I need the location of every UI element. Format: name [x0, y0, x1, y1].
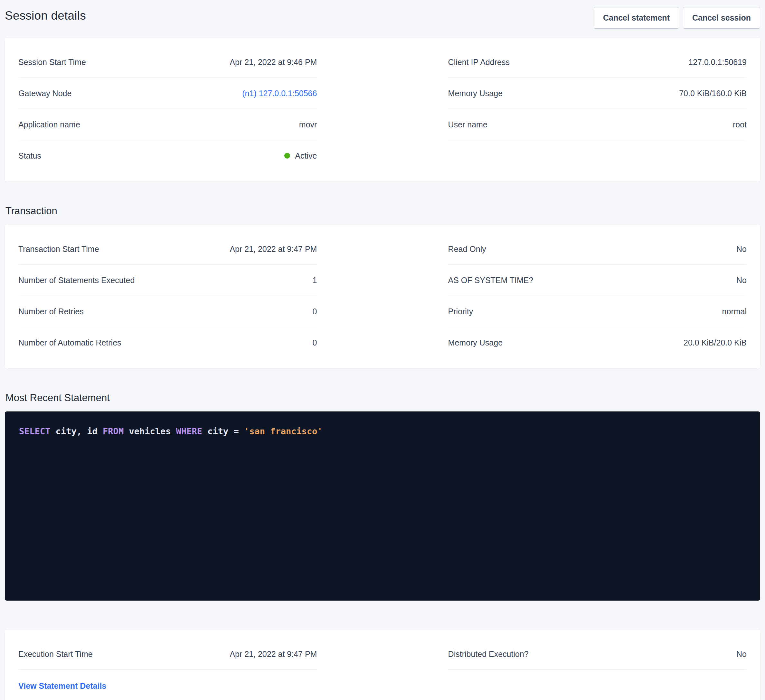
sql-statement-box: SELECT city, id FROM vehicles WHERE city… — [5, 411, 760, 601]
sql-condition: city = — [207, 426, 244, 436]
as-of-system-time-label: AS OF SYSTEM TIME? — [448, 275, 534, 285]
status-active-dot-icon — [284, 153, 290, 159]
session-memory-usage-row: Memory Usage 70.0 KiB/160.0 KiB — [448, 78, 747, 109]
statements-executed-value: 1 — [313, 275, 317, 285]
execution-right-column: Distributed Execution? No — [448, 639, 747, 691]
session-start-time-value: Apr 21, 2022 at 9:46 PM — [230, 57, 317, 67]
automatic-retries-value: 0 — [313, 338, 317, 347]
sql-keyword-from: FROM — [103, 426, 129, 436]
number-of-retries-value: 0 — [313, 306, 317, 316]
cancel-session-button[interactable]: Cancel session — [683, 7, 760, 29]
user-name-label: User name — [448, 120, 488, 129]
status-label: Status — [18, 151, 41, 160]
transaction-card: Transaction Start Time Apr 21, 2022 at 9… — [5, 224, 760, 368]
session-memory-usage-value: 70.0 KiB/160.0 KiB — [679, 88, 747, 98]
execution-start-time-label: Execution Start Time — [18, 649, 93, 659]
read-only-value: No — [736, 244, 747, 254]
application-name-row: Application name movr — [18, 109, 317, 140]
gateway-node-row: Gateway Node (n1) 127.0.0.1:50566 — [18, 78, 317, 109]
sql-table: vehicles — [129, 426, 176, 436]
client-ip-label: Client IP Address — [448, 57, 510, 67]
transaction-heading: Transaction — [5, 205, 760, 217]
gateway-node-label: Gateway Node — [18, 88, 71, 98]
priority-row: Priority normal — [448, 296, 747, 327]
session-summary-card: Session Start Time Apr 21, 2022 at 9:46 … — [5, 38, 760, 181]
session-summary-columns: Session Start Time Apr 21, 2022 at 9:46 … — [18, 47, 747, 171]
transaction-memory-usage-value: 20.0 KiB/20.0 KiB — [683, 338, 747, 347]
priority-label: Priority — [448, 306, 473, 316]
transaction-columns: Transaction Start Time Apr 21, 2022 at 9… — [18, 234, 747, 358]
execution-start-time-row: Execution Start Time Apr 21, 2022 at 9:4… — [18, 639, 317, 670]
transaction-right-column: Read Only No AS OF SYSTEM TIME? No Prior… — [448, 234, 747, 358]
number-of-retries-row: Number of Retries 0 — [18, 296, 317, 327]
sql-keyword-where: WHERE — [176, 426, 208, 436]
execution-card: Execution Start Time Apr 21, 2022 at 9:4… — [5, 629, 760, 700]
statements-executed-row: Number of Statements Executed 1 — [18, 265, 317, 296]
header-actions: Cancel statement Cancel session — [594, 7, 760, 29]
session-start-time-row: Session Start Time Apr 21, 2022 at 9:46 … — [18, 47, 317, 78]
transaction-memory-usage-label: Memory Usage — [448, 338, 503, 347]
client-ip-row: Client IP Address 127.0.0.1:50619 — [448, 47, 747, 78]
cancel-statement-button[interactable]: Cancel statement — [594, 7, 679, 29]
session-summary-left-column: Session Start Time Apr 21, 2022 at 9:46 … — [18, 47, 317, 171]
status-row: Status Active — [18, 140, 317, 171]
page-title: Session details — [5, 9, 86, 22]
execution-start-time-value: Apr 21, 2022 at 9:47 PM — [230, 649, 317, 659]
most-recent-statement-heading: Most Recent Statement — [5, 392, 760, 404]
sql-keyword-select: SELECT — [19, 426, 56, 436]
status-text: Active — [295, 151, 317, 160]
automatic-retries-label: Number of Automatic Retries — [18, 338, 121, 347]
application-name-label: Application name — [18, 120, 80, 129]
distributed-execution-value: No — [736, 649, 747, 659]
status-value: Active — [284, 151, 317, 160]
as-of-system-time-value: No — [736, 275, 747, 285]
execution-left-column: Execution Start Time Apr 21, 2022 at 9:4… — [18, 639, 317, 691]
as-of-system-time-row: AS OF SYSTEM TIME? No — [448, 265, 747, 296]
session-summary-right-column: Client IP Address 127.0.0.1:50619 Memory… — [448, 47, 747, 171]
distributed-execution-label: Distributed Execution? — [448, 649, 529, 659]
transaction-start-time-row: Transaction Start Time Apr 21, 2022 at 9… — [18, 234, 317, 265]
gateway-node-link[interactable]: (n1) 127.0.0.1:50566 — [242, 88, 317, 98]
automatic-retries-row: Number of Automatic Retries 0 — [18, 327, 317, 358]
client-ip-value: 127.0.0.1:50619 — [688, 57, 747, 67]
read-only-row: Read Only No — [448, 234, 747, 265]
transaction-start-time-label: Transaction Start Time — [18, 244, 99, 254]
priority-value: normal — [722, 306, 747, 316]
sql-statement-text: SELECT city, id FROM vehicles WHERE city… — [19, 425, 746, 438]
session-details-page: Session details Cancel statement Cancel … — [0, 0, 765, 700]
sql-string-literal: 'san francisco' — [244, 426, 323, 436]
user-name-value: root — [733, 120, 747, 129]
session-start-time-label: Session Start Time — [18, 57, 86, 67]
application-name-value: movr — [299, 120, 317, 129]
read-only-label: Read Only — [448, 244, 486, 254]
view-statement-details-link[interactable]: View Statement Details — [18, 681, 106, 691]
distributed-execution-row: Distributed Execution? No — [448, 639, 747, 670]
page-header: Session details Cancel statement Cancel … — [5, 5, 760, 38]
transaction-memory-usage-row: Memory Usage 20.0 KiB/20.0 KiB — [448, 327, 747, 358]
user-name-row: User name root — [448, 109, 747, 140]
session-memory-usage-label: Memory Usage — [448, 88, 503, 98]
transaction-left-column: Transaction Start Time Apr 21, 2022 at 9… — [18, 234, 317, 358]
number-of-retries-label: Number of Retries — [18, 306, 84, 316]
transaction-start-time-value: Apr 21, 2022 at 9:47 PM — [230, 244, 317, 254]
sql-columns: city, id — [56, 426, 103, 436]
statements-executed-label: Number of Statements Executed — [18, 275, 135, 285]
execution-columns: Execution Start Time Apr 21, 2022 at 9:4… — [18, 639, 747, 691]
